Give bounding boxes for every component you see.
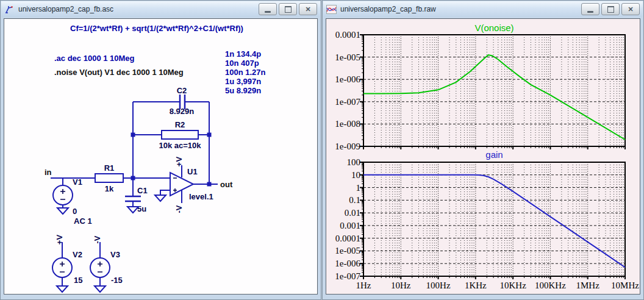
y-axis-tick-label: 100 xyxy=(326,157,360,168)
x-axis-tick-label: 10MHz xyxy=(604,280,644,291)
waveform-window-title: universalopamp2_cap_fb.raw xyxy=(340,5,578,13)
x-axis-tick-label: 10Hz xyxy=(379,280,422,291)
plot-pane-onoise[interactable] xyxy=(363,35,625,146)
v3-rail-label: -V xyxy=(93,235,102,243)
waveform-canvas: V(onoise) gain 0.00011e-0051e-0061e-0071… xyxy=(326,18,640,295)
minimize-icon xyxy=(265,11,271,13)
r1-value: 1k xyxy=(105,184,114,193)
y-axis-tick-label: 1e-009 xyxy=(326,141,360,152)
component-v1[interactable]: V1 0 AC 1 xyxy=(53,177,92,226)
y-axis-tick-label: 10 xyxy=(326,170,360,180)
close-button[interactable]: ✕ xyxy=(621,3,640,15)
y-axis-tick-label: 0.001 xyxy=(326,220,360,231)
y-axis-tick-label: 1 xyxy=(326,182,360,193)
restore-icon xyxy=(607,6,614,13)
x-axis-tick-label: 100Hz xyxy=(417,280,460,291)
net-label-in[interactable]: in xyxy=(45,168,52,177)
waveform-titlebar[interactable]: universalopamp2_cap_fb.raw ✕ xyxy=(323,1,643,17)
y-axis-tick-label: 1e-008 xyxy=(326,118,360,129)
plot-title-gain[interactable]: gain xyxy=(363,149,625,160)
u1-vplus-rail-label: +V xyxy=(174,157,184,167)
u1-name: U1 xyxy=(187,167,198,176)
y-axis-tick-label: 0.01 xyxy=(326,207,360,218)
component-r2[interactable]: R2 10k ac=10k xyxy=(159,120,201,150)
formula-text[interactable]: Cf=1/(2*wt*Rf) + sqrt(1/(2*wt*Rf)^2+C1/(… xyxy=(70,24,243,33)
minimize-button[interactable] xyxy=(259,3,277,15)
v3-name: V3 xyxy=(110,250,120,259)
y-axis-tick-label: 0.0001 xyxy=(326,29,360,40)
plot-pane-gain[interactable] xyxy=(363,162,625,276)
V(onoise)-trace xyxy=(363,55,625,140)
v2-rail-label: +V xyxy=(55,235,64,245)
u1-vminus-rail-label: -V xyxy=(174,205,184,213)
component-r1[interactable]: R1 1k xyxy=(95,163,123,193)
minimize-icon xyxy=(587,11,593,13)
schematic-titlebar[interactable]: universalopamp2_cap_fb.asc ✕ xyxy=(1,1,320,17)
minimize-button[interactable] xyxy=(581,3,599,15)
r2-name: R2 xyxy=(175,120,185,129)
y-axis-tick-label: 1e-006 xyxy=(326,74,360,85)
v2-name: V2 xyxy=(73,250,82,259)
y-axis-tick-label: 1e-005 xyxy=(326,245,360,256)
waveform-window: universalopamp2_cap_fb.raw ✕ V(onoise) g… xyxy=(322,0,644,300)
y-axis-tick-label: 1e-007 xyxy=(326,96,360,107)
cap-table-row: 1u 3,997n xyxy=(225,77,261,86)
x-axis-tick-label: 10KHz xyxy=(492,280,534,291)
restore-button[interactable] xyxy=(601,3,620,15)
component-v3[interactable]: -V V3 -15 xyxy=(90,235,123,285)
c2-value: 8.929n xyxy=(170,107,195,116)
schematic-drawing: Cf=1/(2*wt*Rf) + sqrt(1/(2*wt*Rf)^2+C1/(… xyxy=(4,19,317,294)
v1-name: V1 xyxy=(73,177,82,187)
plot-frame xyxy=(363,35,625,146)
close-icon: ✕ xyxy=(628,6,633,13)
cap-table-row: 100n 1.27n xyxy=(225,68,266,77)
waveform-app-icon xyxy=(326,5,337,14)
schematic-window-title: universalopamp2_cap_fb.asc xyxy=(18,5,255,13)
v1-value: 0 xyxy=(73,207,77,216)
c1-name: C1 xyxy=(137,186,148,195)
y-axis-tick-label: 1e-006 xyxy=(326,258,360,269)
x-axis-tick-label: 100KHz xyxy=(529,280,571,291)
r1-name: R1 xyxy=(104,163,115,173)
v1-ac-value: AC 1 xyxy=(74,216,92,226)
c1-value: 5u xyxy=(137,204,146,213)
close-icon: ✕ xyxy=(305,6,310,13)
component-u1[interactable]: U1 level.1 +V -V xyxy=(170,157,213,213)
v2-value: 15 xyxy=(74,276,82,285)
y-axis-tick-label: 1e-005 xyxy=(326,52,360,63)
restore-icon xyxy=(285,6,292,13)
schematic-window: universalopamp2_cap_fb.asc ✕ Cf=1/(2*wt*… xyxy=(0,0,321,300)
schematic-app-icon xyxy=(4,5,15,14)
component-c2[interactable]: C2 8.929n xyxy=(170,86,195,116)
close-button[interactable]: ✕ xyxy=(299,3,317,15)
y-axis-tick-label: 0.1 xyxy=(326,195,360,205)
y-axis-tick-label: 0.0001 xyxy=(326,233,360,244)
c2-name: C2 xyxy=(177,86,187,95)
plot-title-onoise[interactable]: V(onoise) xyxy=(363,23,625,33)
ac-directive[interactable]: .ac dec 1000 1 10Meg xyxy=(54,54,135,63)
schematic-canvas[interactable]: Cf=1/(2*wt*Rf) + sqrt(1/(2*wt*Rf)^2+C1/(… xyxy=(4,18,318,295)
x-axis-tick-label: 1Hz xyxy=(342,280,385,291)
cap-table[interactable]: 1n 134.4p 10n 407p 100n 1.27n 1u 3,997n … xyxy=(225,49,266,95)
plot-surface xyxy=(363,35,625,146)
x-axis-tick-label: 1KHz xyxy=(454,280,497,291)
plot-surface xyxy=(363,162,625,276)
cap-table-row: 5u 8.929n xyxy=(225,86,261,95)
v3-value: -15 xyxy=(111,276,123,285)
cap-table-row: 1n 134.4p xyxy=(225,49,261,59)
component-v2[interactable]: +V V2 15 xyxy=(52,235,82,285)
r2-value: 10k ac=10k xyxy=(159,141,201,150)
u1-value: level.1 xyxy=(189,192,213,201)
net-label-out[interactable]: out xyxy=(220,180,233,189)
x-axis-tick-label: 1MHz xyxy=(567,280,609,291)
noise-directive[interactable]: .noise V(out) V1 dec 1000 1 10Meg xyxy=(54,68,184,77)
cap-table-row: 10n 407p xyxy=(225,59,259,68)
restore-button[interactable] xyxy=(279,3,297,15)
